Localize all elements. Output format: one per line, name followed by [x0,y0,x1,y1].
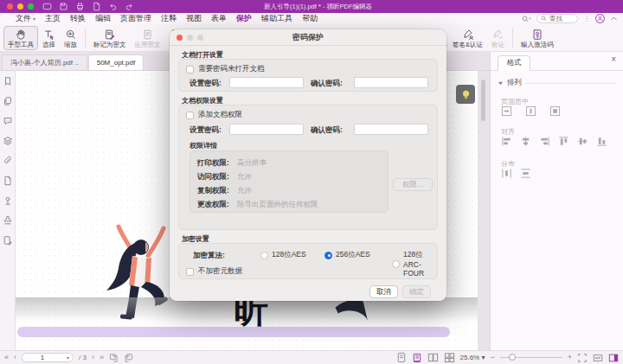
radio-128-arcfour[interactable]: 128位ARC-FOUR [392,250,437,278]
next-view-icon[interactable] [124,353,133,362]
account-avatar-icon[interactable] [595,14,605,23]
page-number-input[interactable] [26,354,59,361]
align-left-icon[interactable] [501,136,512,147]
page-center-vertical-icon[interactable] [525,105,536,117]
zoom-slider[interactable] [500,357,562,358]
save-icon[interactable] [59,2,68,11]
search-options-icon[interactable] [521,15,531,23]
comment-icon[interactable] [3,116,13,126]
menu-edit[interactable]: 编辑 [95,13,111,24]
permissions-button[interactable]: 权限... [393,178,433,191]
menu-file[interactable]: 文件▾ [16,13,35,24]
perm-set-password-input[interactable] [229,124,304,135]
zoom-slider-knob[interactable] [509,354,516,361]
perm-confirm-password-input[interactable] [354,124,428,135]
align-right-icon[interactable] [539,136,550,147]
document-tab-50m[interactable]: 50M_opt.pdf [88,54,144,70]
continuous-page-icon[interactable] [412,352,422,363]
page-center-horizontal-icon[interactable] [501,105,512,117]
fit-page-icon[interactable] [577,353,588,363]
minimize-window-button[interactable] [17,3,23,10]
new-doc-icon[interactable] [92,2,101,11]
zoom-tool-button[interactable]: 缩放 [60,26,81,50]
facing-page-icon[interactable] [427,352,439,363]
align-top-icon[interactable] [558,136,569,147]
menu-help[interactable]: 帮助 [302,13,318,24]
distribute-horizontal-icon[interactable] [501,168,512,179]
zoom-in-button[interactable]: + [568,354,572,361]
hand-tool-button[interactable]: 手型工具 [3,26,38,50]
detail-value: 除导出页面外的任何权限 [237,200,318,210]
menu-page-manage[interactable]: 页面管理 [120,13,151,24]
confirm-password-input[interactable] [354,77,428,88]
verify-button[interactable]: 验证 [487,26,509,50]
zoom-level-dropdown[interactable]: 25.6% ▾ [460,354,485,361]
require-password-checkbox[interactable] [186,66,194,73]
fit-width-icon[interactable] [593,353,603,363]
radio-128-aes[interactable]: 128位AES [260,250,306,260]
sign-certify-button[interactable]: 签名&认证 [448,26,487,50]
zoom-out-button[interactable]: − [490,354,494,361]
stamp-icon[interactable] [3,215,13,226]
menu-protect[interactable]: 保护 [236,13,252,24]
dialog-close-button[interactable] [177,35,183,41]
vertical-scrollbar[interactable] [481,80,485,121]
page-center-both-icon[interactable] [549,105,561,117]
ok-button[interactable]: 确定 [402,285,431,298]
tip-lightbulb-button[interactable] [456,85,475,104]
page-icon[interactable] [3,176,13,186]
menu-comment[interactable]: 注释 [161,13,177,24]
menu-form[interactable]: 表单 [211,13,227,24]
menu-accessibility[interactable]: 辅助工具 [261,13,292,24]
set-password-input[interactable] [229,77,304,88]
format-panel: 格式 × 排列 页面居中 对齐 分布 [490,52,623,350]
previous-view-icon[interactable] [109,353,119,362]
tab-format[interactable]: 格式 [498,55,530,71]
collapse-toolbar-icon[interactable] [610,16,618,22]
align-middle-icon[interactable] [577,136,588,147]
no-metadata-checkbox[interactable] [186,268,194,276]
menu-home[interactable]: 主页 [45,13,61,24]
cancel-button[interactable]: 取消 [369,285,398,298]
redact-apply-button[interactable]: 应用密文 [131,26,165,50]
document-tab-resume[interactable]: 冯小惠-个人简历.pdf .. [2,54,87,70]
redo-icon[interactable] [125,2,134,11]
undo-icon[interactable] [108,2,118,11]
radio-256-aes[interactable]: 256位AES [324,250,370,260]
pages-icon[interactable] [3,96,13,106]
facing-continuous-icon[interactable] [444,352,455,363]
menu-view[interactable]: 视图 [186,13,202,24]
next-page-button[interactable]: › [92,354,94,361]
align-center-icon[interactable] [520,136,531,147]
app-window: 新人引导(1)(1).pdf * - 福昕PDF编辑器 文件▾ 主页 转换 编辑… [0,0,623,364]
find-search-box[interactable] [536,14,578,23]
arrange-section-header[interactable]: 排列 [498,78,617,88]
panel-toggle-icon[interactable] [608,353,619,363]
toolbar-toggle-icon[interactable] [42,2,52,11]
page-number-box[interactable]: ▾ [22,353,74,362]
first-page-button[interactable]: « [4,354,9,361]
maximize-window-button[interactable] [28,3,34,10]
print-icon[interactable] [75,2,85,11]
bookmark-icon[interactable] [3,76,13,86]
close-window-button[interactable] [7,3,13,10]
redact-mark-button[interactable]: 标记为密文 [89,26,131,50]
select-tool-button[interactable]: 选择 [38,26,60,50]
signature-file-icon[interactable] [3,235,13,246]
align-bottom-icon[interactable] [596,136,607,147]
single-page-icon[interactable] [396,352,407,363]
distribute-vertical-icon[interactable] [520,168,531,179]
activation-code-label: 输入激活码 [521,42,554,48]
more-dots-icon[interactable]: ⋮ [583,15,590,22]
destination-icon[interactable] [3,195,13,206]
dialog-title: 密码保护 [292,32,324,43]
activation-code-button[interactable]: 输入激活码 [517,26,558,50]
close-icon[interactable]: × [611,55,616,64]
last-page-button[interactable]: » [100,354,104,361]
layers-icon[interactable] [3,136,13,146]
add-permission-checkbox[interactable] [186,112,194,119]
menu-convert[interactable]: 转换 [70,13,86,24]
search-input[interactable] [549,15,575,22]
previous-page-button[interactable]: ‹ [14,354,16,361]
attachment-icon[interactable] [3,156,13,166]
